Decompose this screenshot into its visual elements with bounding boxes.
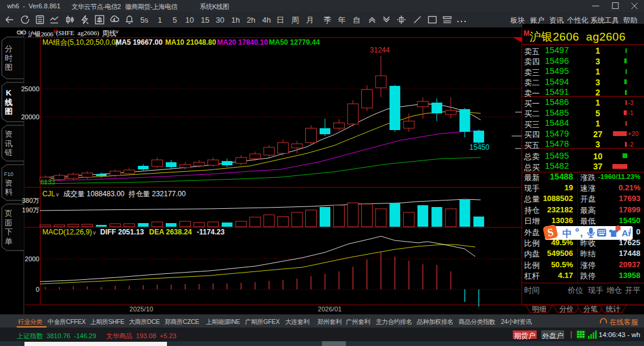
svg-text:统计: 统计 xyxy=(606,305,620,313)
svg-text:分笔: 分笔 xyxy=(583,305,597,313)
svg-text:中: 中 xyxy=(562,228,572,239)
svg-text:,: , xyxy=(580,227,583,239)
svg-text:明细: 明细 xyxy=(532,305,546,313)
svg-text:分价: 分价 xyxy=(559,305,574,313)
svg-text:Ai: Ai xyxy=(622,228,631,238)
